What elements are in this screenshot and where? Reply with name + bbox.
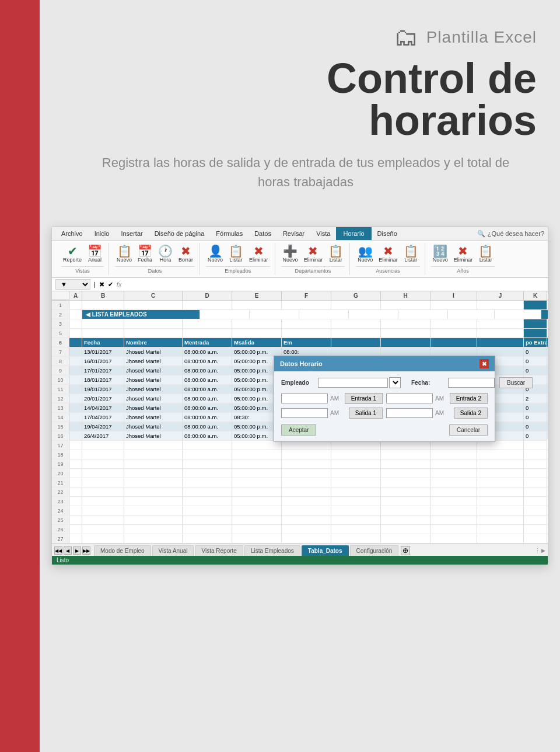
tab-configuracion[interactable]: Configuración bbox=[350, 545, 399, 556]
lista-empleados-label: ◀ LISTA EMPLEADOS bbox=[82, 310, 200, 319]
aceptar-button[interactable]: Aceptar bbox=[281, 424, 316, 436]
salida2-button[interactable]: Salida 2 bbox=[454, 408, 488, 419]
sheet-last-arrow[interactable]: ▶▶ bbox=[82, 546, 90, 555]
dialog-body: Empleado ▼ Fecha: Buscar AM bbox=[274, 371, 495, 441]
col-header-h: H bbox=[381, 291, 430, 300]
salida1-input[interactable] bbox=[281, 408, 328, 418]
tab-modo-empleo[interactable]: Modo de Empleo bbox=[94, 545, 151, 556]
sheet-nav-arrows: ◀◀ ◀ ▶ ▶▶ bbox=[54, 546, 90, 555]
btn-eliminar-empleado[interactable]: ✖ Eliminar bbox=[247, 244, 270, 264]
group-label-anos: Años bbox=[431, 266, 495, 274]
ribbon-group-ausencias: 👥 Nuevo ✖ Eliminar 📋 Listar Ausencias bbox=[351, 243, 425, 275]
btn-eliminar-ano[interactable]: ✖ Eliminar bbox=[452, 244, 475, 264]
table-row: 24 bbox=[52, 506, 548, 516]
tab-lista-empleados[interactable]: Lista Empleados bbox=[244, 545, 300, 556]
dialog-close-button[interactable]: ✖ bbox=[480, 359, 489, 368]
btn-eliminar-ausencia[interactable]: ✖ Eliminar bbox=[377, 244, 400, 264]
table-row: 25 bbox=[52, 516, 548, 525]
table-row: 21 bbox=[52, 478, 548, 488]
btn-anual[interactable]: 📅 Anual bbox=[86, 244, 104, 264]
employee-label: Empleado bbox=[281, 380, 313, 386]
date-label: Fecha: bbox=[411, 380, 443, 386]
sheet-next-arrow[interactable]: ▶ bbox=[73, 546, 81, 555]
col-header-j: J bbox=[477, 291, 524, 300]
tab-insertar[interactable]: Insertar bbox=[115, 227, 148, 240]
ribbon-search: 🔍 ¿Qué desea hacer? bbox=[477, 230, 544, 238]
group-label-ausencias: Ausencias bbox=[356, 266, 420, 274]
col-header-k: K bbox=[524, 291, 547, 300]
tab-inicio[interactable]: Inicio bbox=[89, 227, 116, 240]
tab-vista-anual[interactable]: Vista Anual bbox=[152, 545, 194, 556]
fx-separator: | bbox=[94, 281, 96, 288]
scroll-controls: ⋮ ▶ bbox=[535, 548, 545, 553]
main-title: Control de horarios bbox=[327, 57, 537, 141]
btn-fecha[interactable]: 📅 Fecha bbox=[136, 244, 154, 264]
sheet-prev-arrow[interactable]: ◀ bbox=[64, 546, 72, 555]
brand-row: 🗂 Plantilla Excel bbox=[394, 23, 537, 51]
confirm-formula[interactable]: ✔ bbox=[108, 281, 113, 288]
tab-diseno-pagina[interactable]: Diseño de página bbox=[149, 227, 211, 240]
btn-listar-ano[interactable]: 📋 Listar bbox=[477, 244, 495, 264]
tab-diseno[interactable]: Diseño bbox=[372, 227, 403, 240]
entrada2-button[interactable]: Entrada 2 bbox=[450, 393, 488, 404]
spreadsheet: A B C D E F G H I J K 1 bbox=[52, 291, 548, 544]
salida1-button[interactable]: Salida 1 bbox=[349, 408, 383, 419]
col-header-i: I bbox=[430, 291, 477, 300]
cancelar-button[interactable]: Cancelar bbox=[449, 424, 488, 436]
col-header-f: F bbox=[282, 291, 331, 300]
btn-borrar[interactable]: ✖ Borrar bbox=[177, 244, 195, 264]
btn-nuevo-ano[interactable]: 🔢 Nuevo bbox=[431, 244, 450, 264]
date-input[interactable] bbox=[448, 378, 495, 388]
add-sheet-button[interactable]: ⊕ bbox=[401, 546, 410, 555]
btn-nuevo-dato[interactable]: 📋 Nuevo bbox=[115, 244, 134, 264]
employee-input[interactable] bbox=[318, 378, 388, 388]
btn-reporte[interactable]: ✔ Reporte bbox=[61, 244, 83, 264]
table-row: 23 bbox=[52, 497, 548, 506]
tab-revisar[interactable]: Revisar bbox=[277, 227, 310, 240]
col-header-e: E bbox=[232, 291, 282, 300]
buscar-button[interactable]: Buscar bbox=[499, 377, 533, 388]
btn-nuevo-ausencia[interactable]: 👥 Nuevo bbox=[356, 244, 374, 264]
ribbon-group-vistas: ✔ Reporte 📅 Anual Vistas bbox=[57, 243, 109, 275]
fx-label: fx bbox=[117, 281, 122, 288]
salida2-input[interactable] bbox=[386, 408, 433, 418]
btn-hora[interactable]: 🕐 Hora bbox=[156, 244, 174, 264]
table-row: 6 Fecha Nombre Mentrada Msalida Em po Ex… bbox=[52, 338, 548, 347]
col-headers: A B C D E F G H I J K bbox=[52, 291, 548, 301]
entrada2-input[interactable] bbox=[386, 394, 433, 403]
sheet-first-arrow[interactable]: ◀◀ bbox=[54, 546, 62, 555]
tab-vista[interactable]: Vista bbox=[310, 227, 336, 240]
tab-horario[interactable]: Horario bbox=[336, 227, 371, 240]
table-row: 1 bbox=[52, 301, 548, 310]
group-label-empleados: Empleados bbox=[206, 266, 270, 274]
group-label-vistas: Vistas bbox=[61, 266, 104, 274]
entrada1-button[interactable]: Entrada 1 bbox=[345, 393, 383, 404]
tab-datos[interactable]: Datos bbox=[249, 227, 277, 240]
btn-eliminar-depto[interactable]: ✖ Eliminar bbox=[302, 244, 325, 264]
table-row: 19 bbox=[52, 459, 548, 469]
row-num-header bbox=[52, 291, 69, 300]
entrada1-row: AM bbox=[281, 394, 341, 403]
tab-formulas[interactable]: Fórmulas bbox=[210, 227, 249, 240]
tab-tabla-datos[interactable]: Tabla_Datos bbox=[302, 545, 349, 556]
name-box[interactable]: ▼ bbox=[55, 279, 90, 290]
btn-listar-ausencia[interactable]: 📋 Listar bbox=[402, 244, 420, 264]
entrada1-input[interactable] bbox=[281, 394, 328, 403]
employee-select[interactable]: ▼ bbox=[389, 377, 401, 388]
scroll-arrow-right[interactable]: ▶ bbox=[541, 548, 545, 553]
btn-listar-empleado[interactable]: 📋 Listar bbox=[227, 244, 245, 264]
header-area: 🗂 Plantilla Excel Control de horarios Re… bbox=[40, 0, 560, 221]
table-row: 3 bbox=[52, 319, 548, 329]
search-label: ¿Qué desea hacer? bbox=[488, 230, 544, 237]
subtitle: Registra las horas de salida y de entrad… bbox=[102, 153, 510, 192]
formula-input[interactable] bbox=[125, 281, 544, 288]
tab-archivo[interactable]: Archivo bbox=[55, 227, 89, 240]
btn-listar-depto[interactable]: 📋 Listar bbox=[327, 244, 345, 264]
salida2-row: AM bbox=[386, 408, 450, 418]
cancel-formula[interactable]: ✖ bbox=[99, 281, 104, 288]
btn-nuevo-depto[interactable]: ➕ Nuevo bbox=[281, 244, 300, 264]
btn-nuevo-empleado[interactable]: 👤 Nuevo bbox=[206, 244, 225, 264]
ribbon-group-departamentos: ➕ Nuevo ✖ Eliminar 📋 Listar Departamento… bbox=[276, 243, 351, 275]
status-bar: Listo bbox=[52, 556, 548, 565]
tab-vista-reporte[interactable]: Vista Reporte bbox=[195, 545, 243, 556]
